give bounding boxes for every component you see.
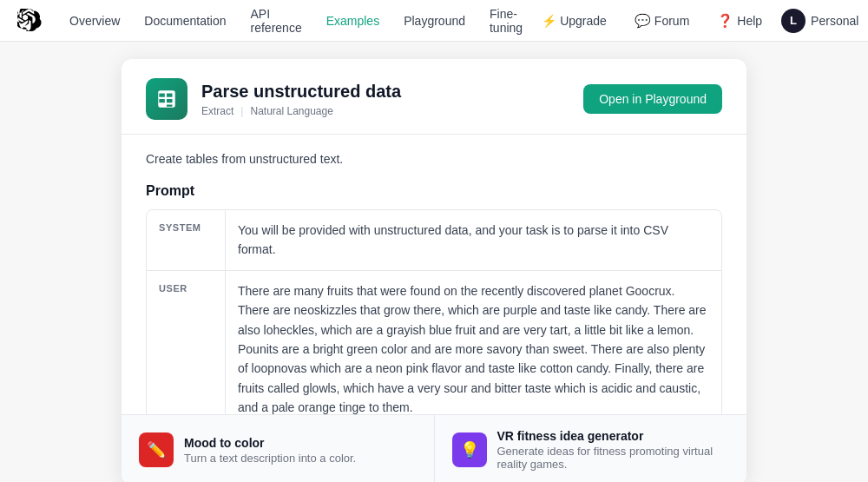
navbar: Overview Documentation API reference Exa… [0, 0, 868, 42]
forum-button[interactable]: 💬 Forum [626, 9, 698, 33]
vr-card-desc: Generate ideas for fitness promoting vir… [497, 445, 730, 471]
tag-extract: Extract [201, 105, 233, 117]
forum-icon: 💬 [635, 13, 651, 29]
help-button[interactable]: ❓ Help [708, 9, 771, 33]
modal-icon [146, 78, 187, 120]
main-content: Parse unstructured data Extract | Natura… [0, 42, 868, 482]
modal-header: Parse unstructured data Extract | Natura… [122, 59, 746, 135]
mood-card-title: Mood to color [184, 436, 356, 450]
openai-logo[interactable] [17, 9, 42, 33]
modal-body: Create tables from unstructured text. Pr… [122, 135, 746, 414]
tag-divider: | [240, 105, 243, 117]
personal-label: Personal [811, 14, 858, 28]
lightning-icon: ⚡ [542, 14, 556, 28]
nav-links: Overview Documentation API reference Exa… [59, 2, 533, 40]
prompt-role-user: USER [147, 271, 225, 414]
help-icon: ❓ [717, 13, 733, 29]
bottom-card-vr-text: VR fitness idea generator Generate ideas… [497, 429, 730, 471]
prompt-row-system: SYSTEM You will be provided with unstruc… [147, 210, 721, 271]
modal-title: Parse unstructured data [201, 82, 401, 102]
nav-api-reference[interactable]: API reference [240, 2, 312, 40]
tag-natural-language: Natural Language [250, 105, 332, 117]
prompt-content-system: You will be provided with unstructured d… [225, 210, 721, 270]
prompt-table: SYSTEM You will be provided with unstruc… [146, 209, 722, 414]
open-playground-button[interactable]: Open in Playground [583, 84, 722, 114]
prompt-content-user: There are many fruits that were found on… [225, 271, 721, 414]
bottom-card-vr[interactable]: 💡 VR fitness idea generator Generate ide… [435, 414, 747, 482]
upgrade-button[interactable]: ⚡ Upgrade [533, 10, 615, 32]
mood-card-desc: Turn a text description into a color. [184, 452, 356, 465]
modal-title-section: Parse unstructured data Extract | Natura… [201, 82, 401, 117]
bottom-card-mood-text: Mood to color Turn a text description in… [184, 436, 356, 465]
modal-description: Create tables from unstructured text. [146, 152, 722, 166]
vr-card-title: VR fitness idea generator [497, 429, 730, 443]
prompt-role-system: SYSTEM [147, 210, 225, 270]
nav-examples[interactable]: Examples [316, 9, 390, 33]
modal-card: Parse unstructured data Extract | Natura… [122, 59, 746, 482]
nav-overview[interactable]: Overview [59, 9, 130, 33]
bottom-cards-section: ✏️ Mood to color Turn a text description… [122, 414, 746, 482]
avatar: L [781, 9, 806, 33]
prompt-row-user: USER There are many fruits that were fou… [147, 271, 721, 414]
vr-icon: 💡 [452, 432, 487, 467]
modal-header-left: Parse unstructured data Extract | Natura… [146, 78, 401, 120]
prompt-section-title: Prompt [146, 183, 722, 199]
bottom-card-mood[interactable]: ✏️ Mood to color Turn a text description… [122, 414, 435, 482]
mood-icon: ✏️ [139, 432, 174, 467]
nav-documentation[interactable]: Documentation [134, 9, 236, 33]
nav-fine-tuning[interactable]: Fine-tuning [479, 2, 533, 40]
modal-tags: Extract | Natural Language [201, 105, 401, 117]
navbar-right: ⚡ Upgrade 💬 Forum ❓ Help L Personal [533, 9, 858, 33]
nav-playground[interactable]: Playground [393, 9, 476, 33]
user-menu[interactable]: L Personal [781, 9, 858, 33]
